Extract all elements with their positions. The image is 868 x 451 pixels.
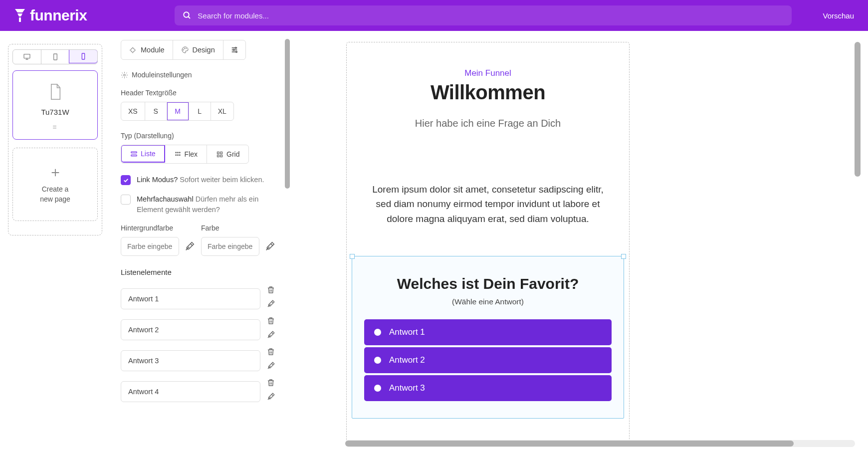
pages-container: Tu731W = Create a new page	[8, 44, 102, 235]
canvas-v-scrollbar[interactable]	[854, 42, 861, 437]
drag-handle-icon[interactable]: =	[52, 123, 57, 131]
bg-color-input[interactable]	[121, 237, 179, 256]
size-s[interactable]: S	[145, 102, 167, 120]
page-icon	[48, 83, 62, 101]
device-tab-tablet[interactable]	[41, 50, 70, 64]
typ-group: Liste Flex Grid	[121, 145, 249, 164]
list-item-row	[121, 378, 275, 402]
brand-name: funnerix	[30, 7, 87, 24]
svg-point-4	[183, 49, 184, 50]
list-icon	[130, 150, 138, 158]
scrollbar-thumb[interactable]	[855, 42, 861, 177]
link-modus-checkbox[interactable]	[121, 175, 131, 185]
settings-scrollbar[interactable]	[284, 39, 290, 443]
link-modus-row[interactable]: Link Modus? Sofort weiter beim klicken.	[121, 175, 275, 185]
typ-liste[interactable]: Liste	[121, 145, 165, 163]
size-l[interactable]: L	[189, 102, 211, 120]
canvas-wrap: Mein Funnel Willkommen Hier habe ich ein…	[290, 31, 868, 451]
page-card[interactable]: Tu731W =	[12, 70, 98, 140]
preview-link[interactable]: Vorschau	[823, 11, 854, 20]
bg-color-field: Hintergrundfarbe	[121, 224, 195, 256]
search-input[interactable]	[198, 11, 784, 20]
typ-grid[interactable]: Grid	[207, 145, 248, 163]
answer-option[interactable]: Antwort 1	[364, 319, 612, 345]
svg-point-9	[235, 51, 237, 53]
module-design-tabs: Module Design	[121, 40, 246, 60]
svg-point-7	[235, 47, 236, 49]
check-icon	[123, 177, 129, 184]
palette-icon	[181, 46, 189, 54]
puzzle-icon	[129, 46, 137, 54]
canvas-h-scrollbar[interactable]	[345, 440, 855, 447]
eyedropper-icon[interactable]	[266, 361, 275, 370]
header-size-label: Header Textgröße	[121, 89, 275, 97]
mehrfach-checkbox[interactable]	[121, 195, 131, 205]
question-block[interactable]: Welches ist Dein Favorit? (Wähle eine An…	[352, 256, 624, 419]
trash-icon[interactable]	[266, 347, 275, 356]
fg-color-input[interactable]	[201, 237, 259, 256]
search-wrap	[175, 5, 792, 25]
list-item-row	[121, 347, 275, 371]
radio-dot-icon	[374, 385, 381, 392]
list-item-input[interactable]	[121, 319, 260, 340]
search-box[interactable]	[175, 5, 792, 25]
size-m[interactable]: M	[167, 102, 189, 120]
size-xs[interactable]: XS	[121, 102, 145, 120]
svg-rect-19	[217, 152, 219, 154]
device-tab-mobile[interactable]	[69, 49, 98, 63]
svg-rect-20	[220, 152, 222, 154]
svg-point-10	[124, 74, 126, 76]
preview-title: Willkommen	[352, 81, 624, 104]
fg-color-field: Farbe	[201, 224, 275, 256]
tab-module[interactable]: Module	[121, 40, 173, 59]
workspace: Tu731W = Create a new page Module Design	[0, 31, 868, 451]
color-row: Hintergrundfarbe Farbe	[121, 224, 275, 256]
eyedropper-icon[interactable]	[266, 330, 275, 339]
add-page-button[interactable]: Create a new page	[12, 148, 98, 221]
svg-rect-11	[131, 152, 137, 153]
search-icon	[183, 11, 192, 20]
preview-header: Mein Funnel Willkommen Hier habe ich ein…	[352, 48, 624, 134]
eyedropper-icon[interactable]	[266, 299, 275, 308]
trash-icon[interactable]	[266, 378, 275, 387]
eyedropper-icon[interactable]	[266, 392, 275, 401]
logo: funnerix	[14, 7, 87, 24]
svg-point-14	[177, 152, 178, 153]
size-xl[interactable]: XL	[211, 102, 233, 120]
link-modus-text: Link Modus? Sofort weiter beim klicken.	[137, 175, 264, 185]
trash-icon[interactable]	[266, 285, 275, 294]
list-item-input[interactable]	[121, 350, 260, 371]
trash-icon[interactable]	[266, 316, 275, 325]
answer-option[interactable]: Antwort 2	[364, 347, 612, 373]
question-title: Welches ist Dein Favorit?	[364, 275, 612, 292]
device-tab-desktop[interactable]	[13, 50, 41, 64]
mehrfach-row[interactable]: Mehrfachauswahl Dürfen mehr als ein Elem…	[121, 194, 275, 215]
tab-design[interactable]: Design	[173, 40, 223, 59]
gear-icon	[121, 71, 128, 79]
list-elements-title: Listenelemente	[121, 268, 275, 276]
preview-eyebrow: Mein Funnel	[352, 68, 624, 78]
svg-point-15	[179, 152, 180, 153]
list-item-actions	[266, 285, 275, 309]
preview-body: Lorem ipsum dolor sit amet, consetetur s…	[352, 134, 624, 256]
answer-option[interactable]: Antwort 3	[364, 375, 612, 401]
logo-icon	[14, 8, 26, 23]
list-item-input[interactable]	[121, 381, 260, 402]
eyedropper-icon[interactable]	[184, 241, 195, 252]
plus-icon	[50, 167, 61, 178]
mehrfach-text: Mehrfachauswahl Dürfen mehr als ein Elem…	[137, 194, 275, 215]
eyedropper-icon[interactable]	[264, 241, 275, 252]
tab-settings[interactable]	[223, 40, 245, 59]
device-tabs	[12, 49, 98, 64]
list-item-input[interactable]	[121, 288, 260, 309]
svg-point-13	[175, 152, 176, 153]
sliders-icon	[230, 46, 238, 54]
question-subtitle: (Wähle eine Antwort)	[364, 297, 612, 306]
header-size-group: XS S M L XL	[121, 102, 234, 121]
typ-flex[interactable]: Flex	[165, 145, 207, 163]
scrollbar-thumb[interactable]	[285, 39, 290, 189]
section-title: Moduleinstellungen	[121, 71, 275, 79]
svg-point-16	[175, 154, 176, 155]
canvas-frame: Mein Funnel Willkommen Hier habe ich ein…	[346, 42, 630, 444]
scrollbar-thumb[interactable]	[345, 441, 794, 447]
